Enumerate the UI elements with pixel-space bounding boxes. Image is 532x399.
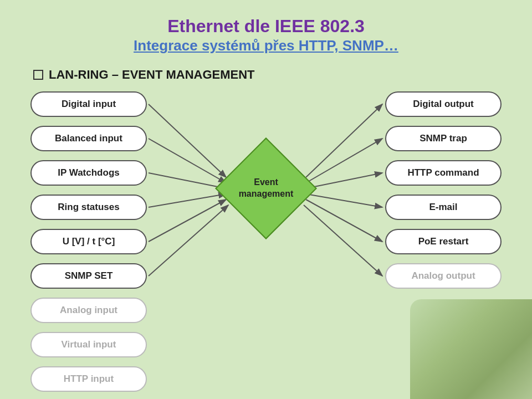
balanced-input-box: Balanced input [30,126,147,151]
u-v-t-c-box: U [V] / t [°C] [30,229,147,254]
snmp-trap-box: SNMP trap [385,126,502,151]
page: Ethernet dle IEEE 802.3 Integrace systém… [0,0,532,399]
svg-line-11 [306,200,382,242]
snmp-set-box: SNMP SET [30,263,147,289]
event-management-diamond: Event management [230,152,302,224]
ip-watchdogs-box: IP Watchdogs [30,160,147,186]
svg-line-8 [306,139,382,183]
decorative-image [410,299,532,399]
http-input-box: HTTP input [30,366,147,392]
svg-line-5 [149,200,226,242]
analog-output-box: Analog output [385,263,502,289]
virtual-input-box: Virtual input [30,332,147,357]
header: Ethernet dle IEEE 802.3 Integrace systém… [0,0,532,55]
svg-line-10 [306,194,382,207]
title-line1: Ethernet dle IEEE 802.3 [0,16,532,37]
svg-line-1 [149,104,226,177]
svg-line-6 [149,205,228,276]
diamond-label: Event management [230,152,302,224]
checkbox-icon [33,70,43,80]
ring-statuses-box: Ring statuses [30,195,147,220]
svg-line-7 [306,104,382,177]
svg-line-3 [149,173,226,188]
http-command-box: HTTP command [385,160,502,186]
poe-restart-box: PoE restart [385,229,502,254]
title-line2: Integrace systémů přes HTTP, SNMP… [0,37,532,55]
svg-line-2 [149,139,226,183]
svg-line-9 [306,173,382,188]
digital-output-box: Digital output [385,91,502,117]
svg-line-4 [149,194,226,207]
digital-input-box: Digital input [30,91,147,117]
subtitle-text: LAN-RING – EVENT MANAGEMENT [49,68,255,82]
e-mail-box: E-mail [385,195,502,220]
svg-line-12 [304,205,382,276]
subtitle: LAN-RING – EVENT MANAGEMENT [33,68,532,82]
analog-input-box: Analog input [30,298,147,323]
